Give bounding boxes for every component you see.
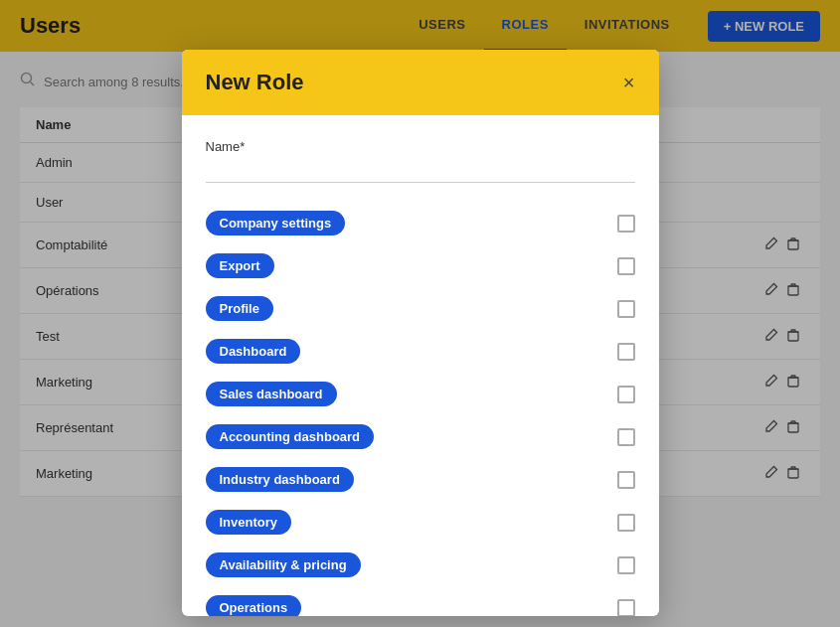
permission-tag-dashboard[interactable]: Dashboard [206,339,301,364]
permission-row-company-settings: Company settings [206,211,635,235]
permission-checkbox-company-settings[interactable] [617,215,635,233]
permissions-list: Company settingsExportProfileDashboardSa… [206,211,635,616]
modal-close-button[interactable]: × [623,73,635,92]
permission-row-inventory: Inventory [206,510,635,535]
permission-checkbox-dashboard[interactable] [617,343,635,361]
permission-checkbox-industry-dashboard[interactable] [617,471,635,489]
permission-tag-profile[interactable]: Profile [206,296,273,321]
modal-title: New Role [206,70,304,95]
permission-tag-inventory[interactable]: Inventory [206,510,292,535]
permission-checkbox-availability-pricing[interactable] [617,556,635,574]
permission-row-industry-dashboard: Industry dashboard [206,467,635,492]
name-label: Name* [206,139,635,154]
permission-tag-accounting-dashboard[interactable]: Accounting dashboard [206,424,375,449]
permission-checkbox-inventory[interactable] [617,514,635,532]
new-role-modal: New Role × Name* Company settingsExportP… [182,50,659,616]
modal-body: Name* Company settingsExportProfileDashb… [182,115,659,616]
name-input[interactable] [206,158,635,183]
permission-checkbox-export[interactable] [617,257,635,275]
permission-tag-availability-pricing[interactable]: Availability & pricing [206,552,361,577]
permission-tag-company-settings[interactable]: Company settings [206,211,346,235]
modal-header: New Role × [182,50,659,115]
permission-row-profile: Profile [206,296,635,321]
permission-checkbox-accounting-dashboard[interactable] [617,428,635,446]
permission-row-dashboard: Dashboard [206,339,635,364]
permission-tag-sales-dashboard[interactable]: Sales dashboard [206,382,337,406]
permission-checkbox-operations[interactable] [617,599,635,617]
name-field-wrapper: Name* [206,139,635,183]
permission-row-availability-pricing: Availability & pricing [206,552,635,577]
permission-row-accounting-dashboard: Accounting dashboard [206,424,635,449]
permission-checkbox-profile[interactable] [617,300,635,318]
permission-row-sales-dashboard: Sales dashboard [206,382,635,406]
modal-overlay[interactable]: New Role × Name* Company settingsExportP… [0,0,840,627]
permission-row-operations: Operations [206,595,635,616]
permission-row-export: Export [206,253,635,278]
permission-tag-operations[interactable]: Operations [206,595,302,616]
permission-checkbox-sales-dashboard[interactable] [617,386,635,403]
permission-tag-industry-dashboard[interactable]: Industry dashboard [206,467,354,492]
permission-tag-export[interactable]: Export [206,253,274,278]
